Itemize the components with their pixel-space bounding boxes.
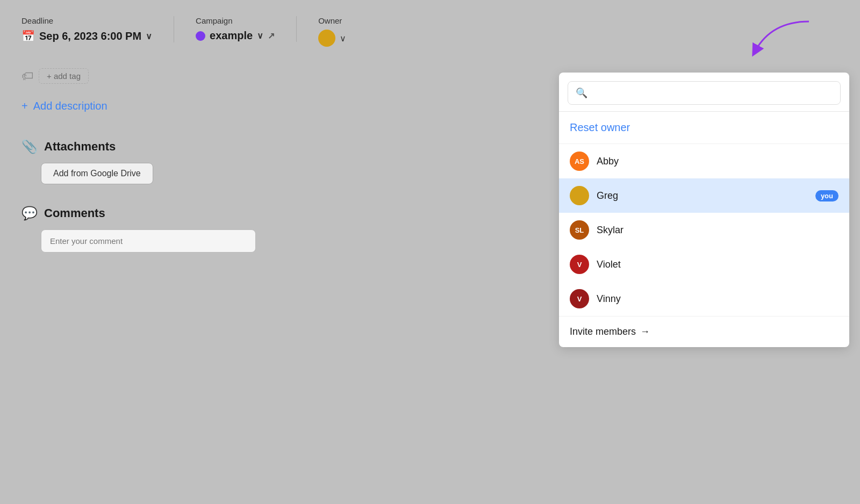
search-input-wrapper: 🔍 <box>568 81 841 105</box>
you-badge: you <box>815 190 838 201</box>
owner-value[interactable]: ∨ <box>318 30 346 47</box>
owner-chevron-icon: ∨ <box>340 33 346 44</box>
invite-members-label: Invite members <box>570 326 636 337</box>
owner-dropdown: 🔍 Reset owner ASAbbyGregyouSLSkylarVViol… <box>559 73 849 347</box>
member-avatar-greg <box>570 186 589 205</box>
add-description-label: Add description <box>33 100 108 112</box>
member-item-abby[interactable]: ASAbby <box>559 144 849 178</box>
member-name-abby: Abby <box>597 156 838 167</box>
attachments-header: 📎 Attachments <box>22 139 441 154</box>
member-item-violet[interactable]: VViolet <box>559 247 849 282</box>
member-avatar-violet: V <box>570 255 589 274</box>
member-avatar-abby: AS <box>570 152 589 171</box>
comments-header: 💬 Comments <box>22 206 441 221</box>
comment-input[interactable] <box>41 229 256 253</box>
campaign-name: example <box>210 30 253 42</box>
header-row: Deadline 📅 Sep 6, 2023 6:00 PM ∨ Campaig… <box>22 16 441 47</box>
member-item-greg[interactable]: Gregyou <box>559 178 849 213</box>
member-list: ASAbbyGregyouSLSkylarVVioletVVinny <box>559 144 849 316</box>
campaign-label: Campaign <box>196 16 275 25</box>
attachments-label: Attachments <box>44 140 116 154</box>
campaign-color-dot <box>196 31 205 41</box>
member-avatar-vinny: V <box>570 289 589 308</box>
comments-section: 💬 Comments <box>22 206 441 253</box>
comment-icon: 💬 <box>22 206 38 221</box>
member-item-skylar[interactable]: SLSkylar <box>559 213 849 247</box>
arrow-annotation <box>728 16 814 64</box>
reset-owner-button[interactable]: Reset owner <box>559 112 849 144</box>
deadline-section: Deadline 📅 Sep 6, 2023 6:00 PM ∨ <box>22 16 174 42</box>
main-content: Deadline 📅 Sep 6, 2023 6:00 PM ∨ Campaig… <box>0 0 462 504</box>
invite-arrow-icon: → <box>640 326 650 337</box>
member-name-vinny: Vinny <box>597 293 838 305</box>
member-name-violet: Violet <box>597 259 838 270</box>
attachments-section: 📎 Attachments Add from Google Drive <box>22 139 441 184</box>
add-from-google-drive-button[interactable]: Add from Google Drive <box>41 163 153 184</box>
campaign-value[interactable]: example ∨ ↗ <box>196 30 275 42</box>
owner-avatar <box>318 30 335 47</box>
campaign-chevron-icon: ∨ <box>257 31 263 41</box>
member-name-skylar: Skylar <box>597 225 838 236</box>
tag-icon: 🏷 <box>22 69 33 83</box>
deadline-value[interactable]: 📅 Sep 6, 2023 6:00 PM ∨ <box>22 30 152 42</box>
comments-label: Comments <box>44 206 105 220</box>
add-description-row[interactable]: + Add description <box>22 100 441 112</box>
deadline-label: Deadline <box>22 16 152 25</box>
owner-section: Owner ∨ <box>297 16 346 47</box>
calendar-icon: 📅 <box>22 30 35 42</box>
add-description-plus: + <box>22 100 28 112</box>
owner-search-input[interactable] <box>593 88 833 98</box>
deadline-chevron-icon: ∨ <box>146 31 152 41</box>
search-container: 🔍 <box>559 73 849 112</box>
member-avatar-skylar: SL <box>570 220 589 240</box>
search-icon: 🔍 <box>576 87 587 99</box>
owner-label: Owner <box>318 16 346 25</box>
campaign-section: Campaign example ∨ ↗ <box>174 16 297 42</box>
deadline-text: Sep 6, 2023 6:00 PM <box>39 30 141 42</box>
tag-row: 🏷 + add tag <box>22 68 441 84</box>
member-item-vinny[interactable]: VVinny <box>559 282 849 316</box>
paperclip-icon: 📎 <box>22 139 38 154</box>
owner-panel-wrapper: 🔍 Reset owner ASAbbyGregyouSLSkylarVViol… <box>554 0 860 504</box>
add-tag-button[interactable]: + add tag <box>39 68 89 84</box>
external-link-icon[interactable]: ↗ <box>268 31 275 41</box>
member-name-greg: Greg <box>597 190 808 201</box>
invite-members-row[interactable]: Invite members → <box>559 316 849 347</box>
